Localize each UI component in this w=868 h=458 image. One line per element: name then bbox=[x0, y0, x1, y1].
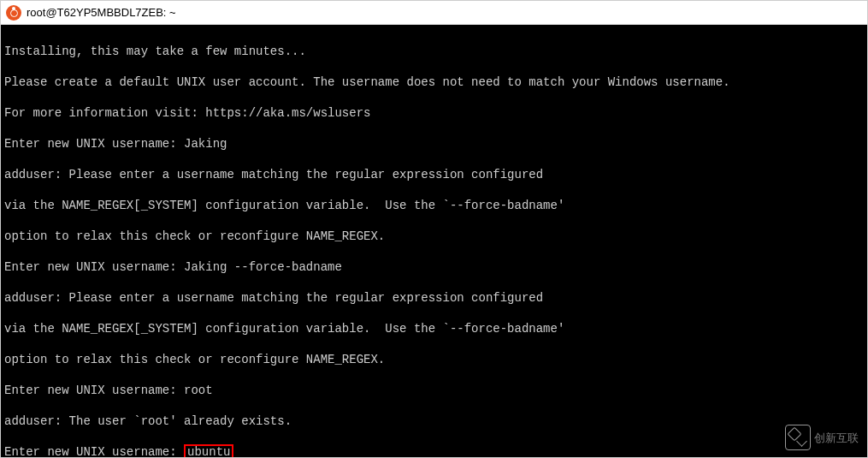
terminal-line: Please create a default UNIX user accoun… bbox=[4, 74, 865, 90]
terminal-line-highlight: Enter new UNIX username: ubuntu bbox=[4, 444, 865, 457]
watermark-text: 创新互联 bbox=[814, 432, 859, 443]
terminal-line: adduser: The user `root' already exists. bbox=[4, 413, 865, 429]
terminal-line: For more information visit: https://aka.… bbox=[4, 105, 865, 121]
terminal-line: Enter new UNIX username: root bbox=[4, 383, 865, 398]
watermark: 创新互联 bbox=[785, 425, 859, 450]
terminal-line: Installing, this may take a few minutes.… bbox=[4, 44, 865, 59]
watermark-logo-icon bbox=[785, 425, 811, 450]
terminal-line: via the NAME_REGEX[_SYSTEM] configuratio… bbox=[4, 198, 865, 213]
highlighted-input-username: ubuntu bbox=[184, 444, 233, 457]
terminal-line: Enter new UNIX username: Jaking --force-… bbox=[4, 259, 865, 275]
terminal-line: via the NAME_REGEX[_SYSTEM] configuratio… bbox=[4, 321, 865, 336]
terminal-line: adduser: Please enter a username matchin… bbox=[4, 167, 865, 182]
terminal-line: adduser: Please enter a username matchin… bbox=[4, 290, 865, 306]
terminal-line: Enter new UNIX username: Jaking bbox=[4, 136, 865, 152]
terminal-line: option to relax this check or reconfigur… bbox=[4, 352, 865, 367]
ubuntu-icon bbox=[6, 5, 21, 21]
prompt-text: Enter new UNIX username: bbox=[4, 445, 184, 457]
window-titlebar: root@T62YP5MBBDL7ZEB: ~ bbox=[1, 1, 867, 25]
window-title: root@T62YP5MBBDL7ZEB: ~ bbox=[27, 6, 176, 19]
terminal-line: option to relax this check or reconfigur… bbox=[4, 229, 865, 244]
terminal-area[interactable]: Installing, this may take a few minutes.… bbox=[1, 25, 867, 457]
